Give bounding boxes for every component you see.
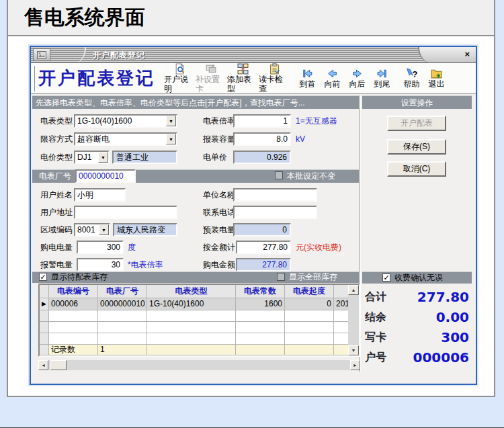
grid-header-meter-no[interactable]: 电表编号 [49,285,98,298]
user-name-label: 用户姓名 [40,188,73,202]
scroll-left-icon[interactable]: ◄ [38,360,48,370]
show-all-checkbox[interactable] [277,273,285,281]
balance-value: 0.00 [382,309,469,325]
arrow-prev-icon [327,68,338,79]
set-card-button: 补设置卡 [196,63,227,93]
chevron-down-icon[interactable]: ▼ [166,134,176,144]
hscroll-thumb[interactable] [50,360,67,370]
go-last-button[interactable]: 到尾 [370,68,394,89]
area-code-value: 8001 [75,224,99,235]
capacity-input[interactable] [233,132,291,146]
chevron-down-icon[interactable]: ▼ [166,116,176,126]
titlebar: 开户配表登记 × [31,47,476,63]
save-button[interactable]: 保存(S) [387,139,446,155]
total-value: 277.80 [382,289,469,305]
open-account-help-button[interactable]: 开户说明 [164,63,196,93]
titlebar-curve [63,47,86,63]
row-selector-icon: ▶ [40,298,49,310]
toolbar-gripper[interactable] [33,66,35,91]
price-type-label: 电价类型 [40,151,73,164]
scroll-up-icon[interactable]: ▲ [348,285,359,295]
show-all-label: 显示全部库存 [289,271,337,283]
by-amount-input[interactable] [236,241,291,254]
ratio-hint: 1=无互感器 [296,114,337,128]
alarm-qty-input[interactable] [77,258,124,271]
table-row[interactable]: ▶ 000006 0000000010 1G-10(40)1600 1600 0… [40,298,348,310]
help-icon: ? [406,68,417,79]
grid-header-meter-type[interactable]: 电表类型 [147,285,236,298]
grid-corner-cell [40,285,49,298]
help-button[interactable]: ? 帮助 [399,68,424,89]
area-code-label: 区域编码 [40,223,73,237]
read-card-check-button[interactable]: 读卡检查 [259,63,290,93]
toolbar-button-label: 添加表型 [227,75,259,93]
factory-no-input[interactable] [75,169,136,183]
doc-magnifier-icon [174,63,185,75]
purchase-qty-input[interactable] [77,241,124,254]
fee-confirm-checkbox[interactable]: ✓ [382,273,390,282]
grid-header-start[interactable]: 电表起度 [285,285,334,298]
picture-icon [37,51,46,59]
meter-type-combo[interactable]: 1G-10(40)1600 ▼ [74,114,177,128]
chevron-down-icon[interactable]: ▼ [98,152,108,163]
account-no-value: 000006 [382,349,469,366]
panel-header: 设置操作 [362,95,472,109]
phone-input[interactable] [233,206,317,219]
toolbar-button-label: 到尾 [374,79,390,89]
limit-mode-value: 超容断电 [75,134,166,144]
qty-unit: 度 [128,241,136,254]
grid-empty-row [40,322,348,333]
toolbar-button-label: 帮助 [404,79,420,89]
exit-button[interactable]: 退出 [424,68,449,89]
grid-vscrollbar[interactable]: ▲ ▼ [348,285,359,355]
cancel-button[interactable]: 取消(C) [387,161,446,177]
price-type-desc: 普通工业 [112,151,177,164]
grid-header-factory-no[interactable]: 电表厂号 [98,285,147,298]
cell-start: 0 [285,298,334,310]
cell-meter-type: 1G-10(40)1600 [147,298,236,310]
address-input[interactable] [74,206,177,219]
window-title: 开户配表登记 [93,50,145,61]
limit-mode-combo[interactable]: 超容断电 ▼ [74,132,177,146]
price-type-value: DJ1 [75,152,98,163]
price-type-combo[interactable]: DJ1 ▼ [74,151,110,164]
meter-grid: 电表编号 电表厂号 电表类型 电表常数 电表起度 ▶ 000006 000000… [38,284,360,357]
show-pending-checkbox[interactable]: ✓ [39,273,47,281]
clipboard-icon [269,63,280,75]
content-card: 售电系统界面 开户配表登记 × 开户配表登记 [7,0,495,397]
close-button[interactable]: × [464,49,470,59]
grid-header-row: 电表编号 电表厂号 电表类型 电表常数 电表起度 [40,285,348,298]
preload-label: 预装电量 [203,223,235,237]
toolbar-button-label: 向前 [325,79,341,89]
go-first-button[interactable]: 到首 [295,68,320,89]
scroll-down-icon[interactable]: ▼ [348,345,359,355]
scroll-right-icon[interactable]: ► [350,360,360,370]
toolbar-button-label: 开户说明 [164,75,196,93]
arrow-last-icon [376,68,388,79]
go-prev-button[interactable]: 向前 [320,68,345,89]
org-name-input[interactable] [233,188,317,202]
cell-meter-no: 000006 [49,298,98,310]
chevron-down-icon[interactable]: ▼ [99,224,109,235]
dialog-window: 开户配表登记 × 开户配表登记 开户说明 [30,46,477,385]
arrow-next-icon [351,68,363,79]
toolbar-button-label: 向后 [349,79,366,89]
fee-confirm-label: 收费确认无误 [394,272,443,284]
grid-hscrollbar[interactable]: ◄ ► [38,360,360,370]
hint-bar: 先选择电表类型、电表倍率、电价类型等后点击[开户配表]，查找电表厂号... [32,95,359,109]
grid-header-constant[interactable]: 电表常数 [236,285,285,298]
area-code-combo[interactable]: 8001 ▼ [74,223,110,237]
go-next-button[interactable]: 向后 [345,68,370,89]
purchase-money-label: 购电金额 [203,258,235,271]
ratio-input[interactable] [233,114,291,128]
add-meter-type-button[interactable]: 添加表型 [227,63,259,93]
toolbar: 开户配表登记 开户说明 补设置卡 [31,63,476,94]
record-count-label: 记录数 [49,345,98,355]
capacity-label: 报装容量 [203,132,235,146]
org-name-label: 单位名称 [203,188,235,202]
batch-fixed-checkbox[interactable] [275,171,283,179]
grid-footer-row: 记录数 1 [40,345,348,355]
window-icon [33,48,50,61]
page-title: 售电系统界面 [8,0,494,36]
user-name-input[interactable] [74,188,126,202]
